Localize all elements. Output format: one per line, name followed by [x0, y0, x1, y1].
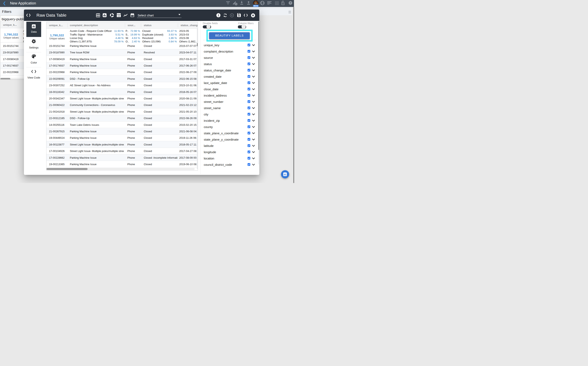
svg-text:AI: AI — [255, 2, 256, 4]
svg-text:?: ? — [290, 2, 291, 4]
